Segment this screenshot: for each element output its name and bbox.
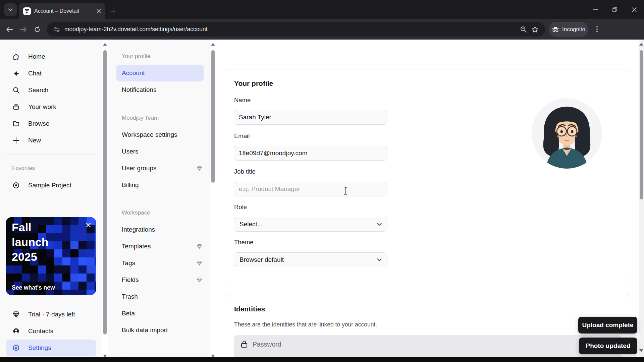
url-text[interactable]: moodjoy-team-2h2v.dovetail.com/settings/… (64, 26, 516, 33)
sidebar-item-label: Sample Project (28, 182, 71, 189)
role-select[interactable]: Select... (234, 217, 387, 232)
sidebar-item-search[interactable]: Search (0, 82, 102, 99)
sidebar-item-your-work[interactable]: Your work (0, 99, 102, 115)
nav-item-templates[interactable]: Templates (108, 238, 210, 255)
back-arrow-icon (6, 27, 13, 32)
back-button[interactable] (3, 23, 16, 36)
theme-select[interactable]: Browser default (234, 252, 387, 267)
sidebar-item-chat[interactable]: Chat (0, 65, 102, 82)
tab-close-icon[interactable] (97, 9, 101, 13)
role-label: Role (234, 203, 247, 211)
identity-label: Password (253, 340, 281, 348)
address-bar[interactable]: moodjoy-team-2h2v.dovetail.com/settings/… (47, 22, 545, 37)
bookmark-star-icon[interactable] (532, 26, 538, 33)
sparkle-icon (12, 70, 20, 77)
gear-icon (12, 344, 20, 352)
sidebar-item-label: Your work (28, 103, 56, 111)
settings-main: Your profile Name Email Job title Role S… (216, 40, 639, 362)
scrollbar-thumb[interactable] (640, 50, 643, 199)
sidebar-divider (6, 154, 96, 155)
site-info-icon[interactable] (54, 27, 60, 32)
sidebar-item-label: Trial · 7 days left (28, 311, 75, 318)
plus-icon (110, 8, 116, 14)
gem-icon (12, 311, 20, 318)
job-title-input[interactable] (234, 182, 387, 196)
work-icon (12, 103, 20, 111)
browser-toolbar: moodjoy-team-2h2v.dovetail.com/settings/… (0, 19, 644, 40)
sidebar-item-browse[interactable]: Browse (0, 115, 102, 132)
sidebar-item-label: New (28, 137, 41, 144)
plus-icon (12, 137, 20, 144)
browser-menu-button[interactable] (592, 23, 602, 35)
new-tab-button[interactable] (108, 6, 118, 16)
sidebar-item-sample-project[interactable]: Sample Project (0, 177, 102, 194)
scroll-up-icon[interactable] (103, 42, 107, 46)
minimize-button[interactable] (586, 0, 605, 19)
page-scrollbar[interactable] (639, 40, 644, 362)
nav-item-trash[interactable]: Trash (108, 288, 210, 305)
sidebar-item-new[interactable]: New (0, 132, 102, 149)
restore-button[interactable] (605, 0, 625, 19)
nav-item-fields[interactable]: Fields (108, 272, 210, 288)
profile-avatar[interactable] (532, 98, 602, 169)
sidebar-item-contacts[interactable]: Contacts (0, 323, 102, 340)
nav-divider (116, 199, 204, 199)
nav-item-users[interactable]: Users (108, 143, 210, 160)
nav-section-header: Your profile (122, 53, 150, 60)
folder-icon (12, 120, 20, 127)
settings-nav: Your profile Account Notifications Moodj… (108, 40, 210, 362)
nav-item-billing[interactable]: Billing (108, 177, 210, 193)
sidebar-scrollbar[interactable] (102, 40, 108, 362)
profile-card-title: Your profile (234, 79, 273, 87)
lock-icon (240, 340, 248, 348)
scroll-up-icon[interactable] (211, 42, 215, 46)
chevron-down-icon (377, 258, 382, 261)
window-controls (586, 0, 644, 19)
scrollbar-thumb[interactable] (211, 50, 215, 183)
nav-item-tags[interactable]: Tags (108, 255, 210, 272)
identities-description: These are the identities that are linked… (234, 321, 377, 328)
nav-item-account[interactable]: Account (116, 65, 204, 81)
nav-item-beta[interactable]: Beta (108, 305, 210, 322)
scroll-up-icon[interactable] (639, 42, 643, 46)
scroll-down-icon[interactable] (639, 349, 643, 353)
target-icon (12, 182, 20, 189)
close-window-button[interactable] (625, 0, 644, 19)
nav-section-header: Moodjoy Team (122, 115, 159, 121)
nav-item-notifications[interactable]: Notifications (108, 81, 210, 98)
nav-section-header: Workspace (122, 209, 150, 216)
tab-search-button[interactable] (4, 3, 17, 16)
theme-label: Theme (234, 239, 254, 246)
sidebar-item-label: Search (28, 86, 48, 94)
sidebar-item-trial[interactable]: Trial · 7 days left (0, 306, 102, 323)
tab-strip: Account – Dovetail (0, 0, 644, 19)
nav-item-bulk-data-import[interactable]: Bulk data import (108, 322, 210, 339)
reload-button[interactable] (31, 23, 44, 36)
sidebar-item-home[interactable]: Home (0, 48, 102, 65)
promo-card[interactable]: Fall launch 2025 See what's new (6, 217, 96, 295)
sidebar-item-settings[interactable]: Settings (6, 340, 96, 356)
chevron-down-icon (377, 223, 382, 226)
scrollbar-thumb[interactable] (103, 50, 107, 335)
promo-close-icon[interactable] (84, 221, 93, 229)
dovetail-favicon-icon (23, 7, 31, 15)
gem-badge-icon (197, 166, 202, 171)
sidebar-item-label: Home (28, 53, 45, 60)
nav-item-integrations[interactable]: Integrations (108, 221, 210, 238)
browser-tab[interactable]: Account – Dovetail (19, 3, 105, 19)
name-input[interactable] (234, 110, 387, 125)
identities-card-title: Identities (234, 305, 265, 313)
nav-item-workspace-settings[interactable]: Workspace settings (108, 126, 210, 143)
nav-divider (116, 104, 204, 104)
forward-button[interactable] (17, 23, 30, 36)
reload-icon (34, 26, 40, 33)
zoom-out-icon[interactable] (520, 26, 527, 33)
app-sidebar: Home Chat Search Your work Browse (0, 40, 102, 362)
promo-cta-link[interactable]: See what's new (12, 284, 55, 291)
email-label: Email (234, 132, 250, 140)
nav-item-user-groups[interactable]: User groups (108, 160, 210, 177)
email-input[interactable] (234, 146, 387, 161)
gem-badge-icon (197, 260, 202, 266)
chevron-down-icon (8, 8, 13, 11)
settings-nav-scrollbar[interactable] (210, 40, 216, 362)
